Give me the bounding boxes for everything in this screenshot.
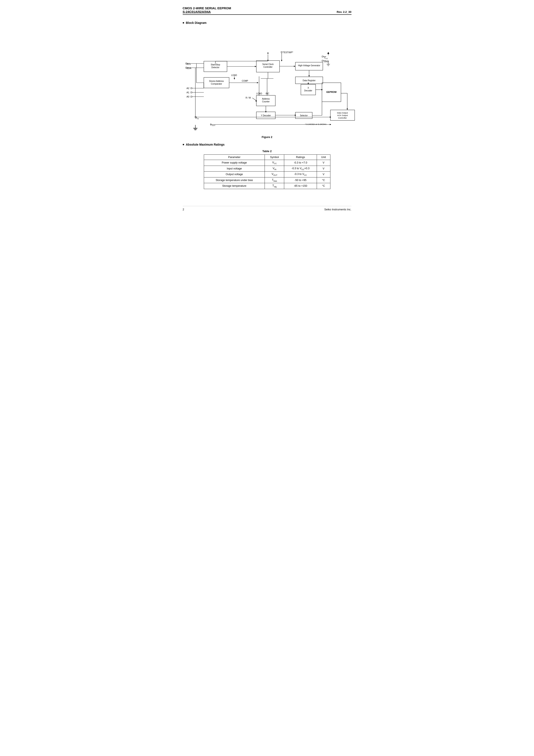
svg-marker-24 — [308, 75, 310, 77]
header-revision: Rev. 2.2_30 — [337, 10, 352, 14]
svg-rect-71 — [191, 96, 192, 97]
table-row: Output voltage VOUT -0.3 to VCC V — [204, 172, 330, 177]
company-name: Seiko Instruments Inc. — [324, 208, 352, 211]
addr-counter-label: Address — [262, 98, 270, 100]
x-decoder-label2: Decoder — [304, 90, 312, 92]
header-title-line2: S-24C01A/02A/04A — [183, 10, 231, 14]
sda-label: SDA — [187, 67, 191, 69]
controller-label: Controller — [263, 66, 273, 68]
svg-marker-80 — [330, 124, 331, 125]
unit-5: °C — [317, 183, 330, 189]
ack-out-label: ACK Output — [337, 114, 348, 117]
sym-4: Tbias — [265, 177, 284, 183]
start-stop-label: Start/Stop — [211, 64, 220, 66]
col-unit: Unit — [317, 155, 330, 160]
test-wp-label: TEST/WP* — [283, 51, 293, 54]
svg-marker-52 — [347, 108, 348, 110]
load-label1: LOAD — [231, 74, 237, 76]
param-3: Output voltage — [204, 172, 265, 177]
ratings-heading: Absolute Maximum Ratings — [183, 143, 352, 146]
unit-1: V — [317, 160, 330, 166]
unit-3: V — [317, 172, 330, 177]
rw-label: R / W — [246, 96, 251, 99]
page-number: 2 — [183, 208, 184, 211]
scl-label: SCL — [187, 63, 191, 65]
svg-marker-31 — [307, 82, 309, 84]
block-diagram-svg: SCL SDA Start/Stop Detector Device Addre… — [183, 28, 356, 133]
a2-label: A2 — [187, 87, 189, 90]
hv-gen-label: High-Voltage Generator — [298, 64, 320, 67]
col-symbol: Symbol — [265, 155, 284, 160]
svg-marker-10 — [255, 66, 256, 67]
rat-2: -0.3 to VCC+0.3 — [284, 166, 317, 172]
rat-4: -50 to +95 — [284, 177, 317, 183]
a1-label: A1 — [187, 91, 189, 94]
x-decoder-label: X — [307, 87, 309, 89]
load-label2: LOAD — [256, 93, 262, 95]
svg-line-73 — [204, 83, 210, 88]
svg-rect-54 — [281, 51, 282, 53]
inc-label: INC — [266, 93, 269, 95]
param-2: Input voltage — [204, 166, 265, 172]
sym-5: Tstg — [265, 183, 284, 189]
dout-sub: OUT — [212, 124, 215, 126]
unit-2: V — [317, 166, 330, 172]
svg-rect-67 — [191, 88, 192, 89]
eeprom-label: EEPROM — [326, 91, 336, 93]
page-footer: 2 Seiko Instruments Inc. — [183, 206, 352, 211]
rat-1: -0.3 to +7.0 — [284, 160, 317, 166]
selector-label: Selector — [300, 114, 307, 117]
controller-label2: Controller — [338, 117, 347, 119]
unit-4: °C — [317, 177, 330, 183]
header-title-line1: CMOS 2-WIRE SERIAL EEPROM — [183, 6, 231, 10]
device-addr-comp-label: Device Address — [209, 80, 224, 82]
a0-label: A0 — [187, 95, 189, 98]
svg-marker-18 — [257, 82, 258, 83]
footnote: * S-24C02A or S-24C04A — [305, 123, 327, 125]
svg-rect-61 — [322, 60, 323, 61]
block-diagram-heading: Block Diagram — [183, 21, 352, 24]
svg-marker-60 — [328, 52, 329, 54]
param-4: Storage temperature under bias — [204, 177, 265, 183]
svg-marker-16 — [234, 78, 235, 80]
rat-3: -0.3 to VCC — [284, 172, 317, 177]
figure-caption: Figure 2 — [183, 135, 352, 139]
param-5: Storage temperature — [204, 183, 265, 189]
table-row: Power supply voltage VCC -0.3 to +7.0 V — [204, 160, 330, 166]
ratings-table: Parameter Symbol Ratings Unit Power supp… — [204, 154, 331, 189]
din-sub: IN — [197, 118, 199, 120]
table-row: Input voltage VIN -0.3 to VCC+0.3 V — [204, 166, 330, 172]
table-row: Storage temperature under bias Tbias -50… — [204, 177, 330, 183]
svg-rect-57 — [322, 56, 323, 57]
sym-1: VCC — [265, 160, 284, 166]
col-ratings: Ratings — [284, 155, 317, 160]
table-caption: Table 2 — [183, 149, 352, 153]
comp-label: COMP — [242, 80, 248, 82]
svg-marker-21 — [294, 66, 295, 67]
detector-label: Detector — [211, 66, 219, 68]
vcc-label: VCC — [324, 57, 328, 60]
y-decoder-label: Y Decoder — [261, 114, 271, 117]
block-diagram-container: SCL SDA Start/Stop Detector Device Addre… — [183, 28, 356, 133]
svg-marker-91 — [267, 52, 269, 54]
svg-rect-69 — [191, 92, 192, 93]
data-reg-label: Data Register — [303, 79, 316, 82]
sym-2: VIN — [265, 166, 284, 172]
table-row: Storage temperature Tstg -65 to +150 °C — [204, 183, 330, 189]
page-header: CMOS 2-WIRE SERIAL EEPROM S-24C01A/02A/0… — [183, 6, 352, 15]
serial-clock-label: Serial Clock — [262, 63, 274, 66]
comparator-label: Comparator — [211, 83, 222, 85]
data-out-label: Data Output — [337, 112, 348, 114]
param-1: Power supply voltage — [204, 160, 265, 166]
svg-marker-56 — [281, 60, 282, 61]
rat-5: -65 to +150 — [284, 183, 317, 189]
sym-3: VOUT — [265, 172, 284, 177]
counter-label: Counter — [262, 100, 270, 103]
col-parameter: Parameter — [204, 155, 265, 160]
